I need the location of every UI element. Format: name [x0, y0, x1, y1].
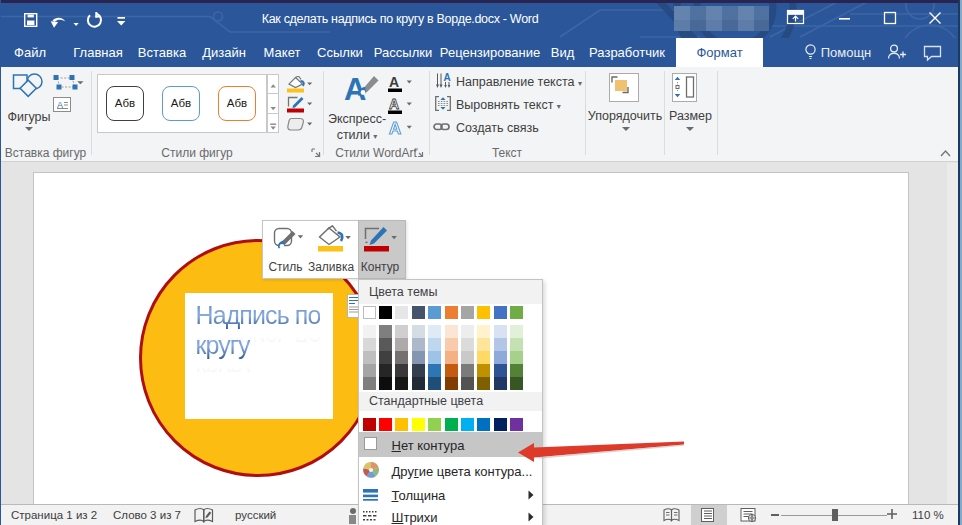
- svg-text:А: А: [389, 97, 399, 112]
- svg-text:А: А: [444, 73, 451, 83]
- svg-text:А: А: [389, 119, 401, 138]
- svg-text:А: А: [389, 75, 399, 90]
